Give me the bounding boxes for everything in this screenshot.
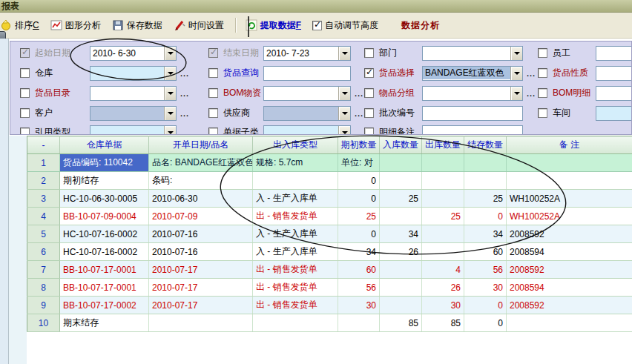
table-cell[interactable]: 单位: 对 [338, 154, 380, 172]
bom-material-combo[interactable] [263, 86, 351, 101]
column-header[interactable]: 仓库单据 [60, 136, 149, 154]
doc-subtype-combo[interactable] [263, 125, 351, 136]
table-cell[interactable]: 出 - 销售发货单 [253, 208, 338, 225]
chevron-down-icon[interactable] [164, 107, 176, 120]
chevron-down-icon[interactable] [164, 87, 176, 100]
column-header[interactable]: 结存数量 [464, 136, 507, 154]
goods-query-checkbox[interactable] [208, 68, 218, 78]
table-cell[interactable] [380, 297, 422, 314]
row-number[interactable]: 5 [27, 225, 60, 243]
start-date-combo[interactable]: 2010- 6-30 [90, 46, 177, 61]
table-cell[interactable]: 30 [464, 279, 507, 297]
table-cell[interactable]: 2010-07-09 [149, 208, 253, 225]
table-cell[interactable]: 出 - 销售发货单 [253, 297, 338, 314]
table-cell[interactable]: 4 [422, 261, 464, 279]
table-cell[interactable] [422, 190, 464, 208]
workshop-input[interactable] [596, 106, 632, 121]
table-cell[interactable]: 品名: BANDAGE红蓝双色纸 [149, 154, 253, 172]
batch-no-checkbox[interactable] [364, 108, 374, 118]
row-number[interactable]: 6 [27, 243, 60, 261]
table-cell[interactable]: 56 [338, 279, 380, 297]
table-cell[interactable]: 2010-07-17 [149, 261, 253, 279]
goods-query-input[interactable] [263, 66, 351, 81]
table-cell[interactable]: 85 [380, 314, 422, 332]
table-cell[interactable]: 入 - 生产入库单 [253, 243, 338, 261]
sort-button[interactable]: 排序C [0, 19, 39, 32]
table-cell[interactable]: BB-10-07-17-0002 [60, 297, 149, 314]
table-cell[interactable]: 85 [422, 314, 464, 332]
goods-catalog-checkbox[interactable] [20, 88, 30, 98]
column-header[interactable]: 出库数量 [422, 136, 464, 154]
chevron-down-icon[interactable] [164, 126, 176, 136]
ref-type-checkbox[interactable] [20, 128, 30, 135]
browse-ellipsis[interactable]: ... [180, 89, 189, 98]
table-cell[interactable] [380, 279, 422, 297]
department-combo[interactable] [422, 46, 523, 61]
chevron-down-icon[interactable] [338, 47, 350, 60]
row-number[interactable]: 10 [27, 314, 60, 332]
table-cell[interactable]: 0 [464, 297, 507, 314]
table-cell[interactable]: 26 [422, 279, 464, 297]
table-cell[interactable]: 出 - 销售发货单 [253, 279, 338, 297]
table-cell[interactable]: 2008594 [507, 279, 632, 297]
table-cell[interactable] [380, 208, 422, 225]
auto-height-toggle[interactable]: 自动调节高度 [312, 19, 378, 32]
row-number[interactable]: 3 [27, 190, 60, 208]
table-cell[interactable] [464, 172, 507, 190]
table-cell[interactable] [464, 154, 507, 172]
table-cell[interactable]: 30 [422, 297, 464, 314]
chevron-down-icon[interactable] [510, 87, 522, 100]
end-date-checkbox[interactable] [208, 48, 218, 58]
goods-nature-input[interactable] [596, 66, 632, 81]
bom-detail-input[interactable] [596, 86, 632, 101]
customer-checkbox[interactable] [20, 108, 30, 118]
row-number[interactable]: 7 [27, 261, 60, 279]
table-cell[interactable]: WH100252A [507, 190, 632, 208]
table-cell[interactable] [422, 243, 464, 261]
column-header[interactable]: 开单日期/品名 [149, 136, 253, 154]
employee-input[interactable] [596, 46, 632, 61]
table-cell[interactable]: HC-10-07-16-0002 [60, 225, 149, 243]
table-cell[interactable]: 0 [464, 208, 507, 225]
table-cell[interactable] [380, 154, 422, 172]
table-cell[interactable] [253, 314, 338, 332]
bom-material-checkbox[interactable] [208, 88, 218, 98]
batch-no-input[interactable] [422, 106, 523, 121]
table-cell[interactable] [380, 261, 422, 279]
row-number[interactable]: 9 [27, 297, 60, 314]
table-cell[interactable]: 30 [338, 297, 380, 314]
bom-detail-checkbox[interactable] [538, 88, 547, 98]
table-cell[interactable]: BB-10-07-17-0001 [60, 261, 149, 279]
row-number[interactable]: 2 [27, 172, 60, 190]
graph-analysis-button[interactable]: 图形分析 [50, 19, 101, 32]
table-cell[interactable]: 条码: [149, 172, 253, 190]
chevron-down-icon[interactable] [338, 107, 350, 120]
row-number[interactable]: 8 [27, 279, 60, 297]
table-cell[interactable] [338, 314, 380, 332]
table-cell[interactable]: 0 [338, 190, 380, 208]
goods-nature-checkbox[interactable] [538, 68, 547, 78]
goods-select-combo[interactable]: BANDAGE红蓝双色 [422, 66, 523, 81]
table-cell[interactable]: BB-10-07-17-0001 [60, 279, 149, 297]
goods-select-checkbox[interactable] [364, 68, 374, 78]
column-header[interactable]: 备 注 [507, 136, 632, 154]
column-header[interactable]: 出入库类型 [253, 136, 338, 154]
table-cell[interactable]: 2010-07-17 [149, 297, 253, 314]
browse-ellipsis[interactable]: ... [180, 69, 189, 78]
detail-note-input[interactable] [422, 125, 523, 136]
doc-subtype-checkbox[interactable] [208, 128, 218, 135]
chevron-down-icon[interactable] [510, 47, 522, 60]
table-cell[interactable] [507, 314, 632, 332]
table-cell[interactable] [380, 172, 422, 190]
end-date-combo[interactable]: 2010- 7-23 [263, 46, 351, 61]
table-cell[interactable]: 2010-06-30 [149, 190, 253, 208]
employee-checkbox[interactable] [538, 48, 547, 58]
table-cell[interactable]: 货品编码: 110042 [60, 154, 149, 172]
table-cell[interactable]: 2008592 [507, 297, 632, 314]
customer-combo[interactable] [90, 106, 177, 121]
auto-height-checkbox[interactable] [312, 21, 322, 30]
table-cell[interactable] [253, 172, 338, 190]
table-cell[interactable]: 25 [380, 190, 422, 208]
table-cell[interactable]: 2008592 [507, 261, 632, 279]
table-cell[interactable]: 60 [338, 261, 380, 279]
